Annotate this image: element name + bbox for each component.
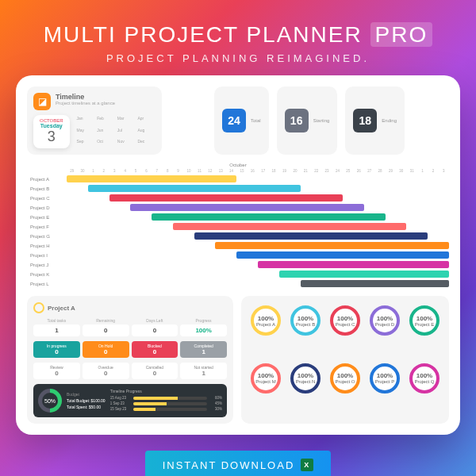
timeline-card: ◪ Timeline Project timelines at a glance… — [27, 86, 162, 155]
status-chip[interactable]: Not started1 — [180, 363, 227, 379]
status-chip[interactable]: Completed1 — [180, 341, 227, 358]
timeline-progress: Timeline Progress 15 Aug 2360%1 Sep 2345… — [110, 389, 222, 413]
project-a-icon — [33, 302, 44, 313]
gantt-row: Project J — [27, 260, 449, 269]
status-chip[interactable]: On Hold0 — [83, 341, 129, 358]
date-box: OCTOBER Tuesday 3 — [33, 115, 70, 148]
gantt-label: Project H — [27, 244, 67, 248]
progress-circle[interactable]: 100%Project O — [328, 363, 362, 415]
gantt-bar[interactable] — [67, 175, 236, 182]
stat-label: Starting — [313, 118, 330, 123]
gantt-row: Project I — [27, 251, 449, 259]
month-option[interactable]: Nov — [117, 138, 136, 148]
gantt-bar[interactable] — [109, 194, 344, 202]
gantt-bar[interactable] — [215, 242, 449, 249]
timeline-title: Timeline — [56, 93, 115, 101]
timeline-subtitle: Project timelines at a glance — [56, 101, 115, 106]
timeline-icon: ◪ — [33, 93, 51, 110]
progress-circle[interactable]: 100%Project D — [368, 305, 401, 357]
gantt-row: Project K — [27, 270, 449, 278]
pa-stat: Total tasks1 — [33, 318, 80, 336]
gantt-bar[interactable] — [258, 261, 449, 268]
pro-badge: PRO — [370, 22, 433, 47]
stats-row: 24Total16Starting18Ending — [170, 86, 449, 155]
status-chip[interactable]: Blocked0 — [132, 341, 178, 358]
status-chip[interactable]: Review0 — [33, 363, 80, 379]
month-option[interactable]: Oct — [96, 138, 115, 148]
gantt-row: Project H — [27, 241, 449, 250]
month-option[interactable]: Sep — [76, 138, 95, 148]
month-picker[interactable]: JanFebMarAprMayJunJulAugSepOctNovDec — [76, 115, 155, 148]
status-chip[interactable]: In progress0 — [33, 341, 80, 358]
gantt-chart: October 29301234567891011121314151617181… — [27, 163, 449, 288]
status-chip[interactable]: Cancelled0 — [132, 363, 178, 379]
month-option[interactable]: Feb — [96, 115, 115, 125]
gantt-row: Project G — [27, 232, 449, 240]
gantt-row: Project B — [27, 184, 449, 193]
gantt-bar[interactable] — [173, 223, 407, 230]
month-option[interactable]: Mar — [117, 115, 136, 125]
dashboard-board: ◪ Timeline Project timelines at a glance… — [16, 75, 460, 435]
date-weekday: Tuesday — [40, 123, 63, 129]
month-option[interactable]: Jul — [117, 127, 136, 137]
gantt-row: Project C — [27, 194, 449, 202]
gantt-label: Project J — [27, 263, 67, 267]
gantt-label: Project L — [27, 282, 67, 286]
gantt-label: Project D — [27, 205, 67, 210]
pa-stat: Progress100% — [180, 318, 227, 336]
page-title: MULTI PROJECT PLANNER PRO — [44, 22, 432, 48]
stat-value: 16 — [285, 109, 309, 132]
stat-card: 18Ending — [345, 86, 405, 155]
month-option[interactable]: Apr — [136, 115, 155, 125]
month-option[interactable]: May — [76, 127, 95, 137]
gantt-bar[interactable] — [88, 185, 301, 192]
gantt-row: Project D — [27, 203, 449, 212]
progress-circle[interactable]: 100%Project P — [368, 363, 401, 415]
gantt-bar[interactable] — [236, 251, 449, 259]
gantt-label: Project B — [27, 186, 67, 191]
gantt-row: Project L — [27, 279, 449, 288]
gantt-label: Project E — [27, 215, 67, 220]
gantt-month-label: October — [27, 163, 449, 167]
progress-circle[interactable]: 100%Project E — [408, 305, 441, 357]
progress-circle[interactable]: 100%Project N — [289, 363, 322, 415]
gantt-bar[interactable] — [279, 271, 449, 278]
month-option[interactable]: Aug — [136, 127, 155, 137]
stat-value: 24 — [222, 109, 246, 132]
stat-card: 16Starting — [277, 86, 338, 155]
project-a-title: Project A — [48, 305, 75, 312]
progress-circles-panel: 100%Project A100%Project B100%Project C1… — [241, 296, 449, 424]
gantt-bar[interactable] — [301, 280, 449, 287]
budget-info: Budget Total Budget: $100.00 Total Spent… — [67, 391, 106, 410]
gantt-bar[interactable] — [194, 232, 428, 240]
gantt-label: Project G — [27, 234, 67, 239]
pa-stat: Remaining0 — [83, 318, 129, 336]
download-button[interactable]: INSTANT DOWNLOAD X — [145, 451, 332, 476]
project-a-panel: Project A Total tasks1Remaining0Days Lef… — [27, 296, 233, 424]
gantt-days-axis: 2930123456789101112131415161718192021222… — [67, 169, 449, 173]
progress-circle[interactable]: 100%Project M — [249, 363, 282, 415]
month-option[interactable]: Dec — [136, 138, 155, 148]
gantt-bar[interactable] — [152, 213, 386, 221]
subtitle: PROJECT PLANNING REIMAGINED. — [106, 52, 370, 64]
progress-circle[interactable]: 100%Project C — [328, 305, 362, 357]
stat-label: Ending — [382, 118, 397, 123]
gantt-bar[interactable] — [130, 204, 364, 211]
download-label: INSTANT DOWNLOAD — [163, 459, 295, 471]
month-option[interactable]: Jun — [96, 127, 115, 137]
gantt-row: Project A — [27, 175, 449, 183]
progress-circle[interactable]: 100%Project A — [249, 305, 282, 357]
pa-stat: Days Left0 — [132, 318, 178, 336]
month-option[interactable]: Jan — [76, 115, 95, 125]
date-number: 3 — [40, 129, 63, 145]
budget-ring: 50% — [38, 389, 62, 413]
title-text: MULTI PROJECT PLANNER — [44, 22, 363, 47]
progress-circle[interactable]: 100%Project Q — [408, 363, 441, 415]
stat-card: 24Total — [214, 86, 269, 155]
gantt-label: Project F — [27, 225, 67, 229]
status-chip[interactable]: Overdue0 — [83, 363, 129, 379]
gantt-label: Project C — [27, 196, 67, 201]
progress-circle[interactable]: 100%Project B — [289, 305, 322, 357]
stat-value: 18 — [353, 109, 377, 132]
gantt-row: Project E — [27, 213, 449, 221]
